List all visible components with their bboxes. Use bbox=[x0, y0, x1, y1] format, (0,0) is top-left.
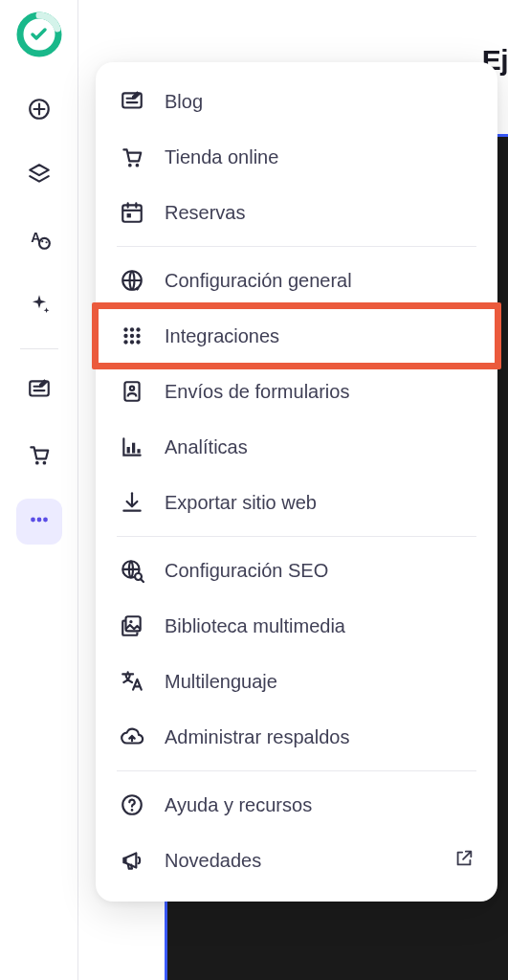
menu-divider bbox=[117, 536, 476, 537]
menu-item-general-settings[interactable]: Configuración general bbox=[96, 253, 497, 308]
blog-icon bbox=[119, 88, 145, 115]
menu-item-label: Blog bbox=[165, 91, 203, 113]
help-icon bbox=[119, 791, 145, 818]
menu-item-blog[interactable]: Blog bbox=[96, 74, 497, 129]
megaphone-icon bbox=[119, 847, 145, 874]
menu-item-help-resources[interactable]: Ayuda y recursos bbox=[96, 777, 497, 833]
rail-divider bbox=[20, 348, 58, 349]
external-link-icon bbox=[453, 848, 475, 873]
rail-styles[interactable] bbox=[16, 218, 62, 264]
menu-item-label: Administrar respaldos bbox=[165, 726, 349, 748]
left-rail bbox=[0, 0, 78, 980]
menu-item-manage-backups[interactable]: Administrar respaldos bbox=[96, 709, 497, 765]
menu-item-label: Configuración general bbox=[165, 270, 352, 292]
globe-gear-icon bbox=[119, 267, 145, 294]
text-palette-icon bbox=[27, 227, 52, 256]
menu-item-media-library[interactable]: Biblioteca multimedia bbox=[96, 598, 497, 654]
cart-icon bbox=[27, 442, 52, 471]
translate-icon bbox=[119, 668, 145, 695]
menu-item-label: Integraciones bbox=[165, 325, 279, 347]
rail-add[interactable] bbox=[16, 88, 62, 134]
menu-item-whats-new[interactable]: Novedades bbox=[96, 833, 497, 888]
rail-store[interactable] bbox=[16, 434, 62, 479]
menu-item-analytics[interactable]: Analíticas bbox=[96, 419, 497, 475]
menu-item-label: Tienda online bbox=[165, 146, 278, 168]
cart-icon bbox=[119, 144, 145, 170]
menu-item-label: Ayuda y recursos bbox=[165, 794, 312, 816]
rail-more[interactable] bbox=[16, 499, 62, 545]
menu-item-export-site[interactable]: Exportar sitio web bbox=[96, 475, 497, 530]
blog-icon bbox=[27, 377, 52, 406]
form-icon bbox=[119, 378, 145, 405]
seo-globe-icon bbox=[119, 557, 145, 584]
menu-item-seo-settings[interactable]: Configuración SEO bbox=[96, 543, 497, 598]
menu-item-label: Biblioteca multimedia bbox=[165, 615, 345, 637]
menu-item-label: Multilenguaje bbox=[165, 671, 277, 693]
menu-item-form-submissions[interactable]: Envíos de formularios bbox=[96, 364, 497, 419]
rail-ai[interactable] bbox=[16, 283, 62, 329]
menu-item-bookings[interactable]: Reservas bbox=[96, 185, 497, 240]
plus-circle-icon bbox=[27, 97, 52, 125]
menu-item-label: Configuración SEO bbox=[165, 560, 328, 582]
menu-item-integrations[interactable]: Integraciones bbox=[96, 308, 497, 364]
menu-divider bbox=[117, 770, 476, 771]
chart-icon bbox=[119, 434, 145, 460]
dots-icon bbox=[27, 507, 52, 536]
layers-icon bbox=[27, 162, 52, 190]
app-logo[interactable] bbox=[16, 11, 62, 57]
sparkles-icon bbox=[27, 292, 52, 321]
menu-item-label: Reservas bbox=[165, 202, 245, 224]
menu-item-multilanguage[interactable]: Multilenguaje bbox=[96, 654, 497, 709]
menu-divider bbox=[117, 246, 476, 247]
grid-dots-icon bbox=[119, 323, 145, 349]
menu-item-label: Exportar sitio web bbox=[165, 492, 317, 514]
menu-item-label: Analíticas bbox=[165, 436, 248, 458]
more-menu-panel: Blog Tienda online Reservas Configuració… bbox=[96, 62, 497, 902]
rail-blog[interactable] bbox=[16, 368, 62, 414]
cloud-sync-icon bbox=[119, 724, 145, 750]
menu-item-store[interactable]: Tienda online bbox=[96, 129, 497, 185]
calendar-icon bbox=[119, 199, 145, 226]
menu-item-label: Envíos de formularios bbox=[165, 381, 349, 403]
media-icon bbox=[119, 612, 145, 639]
rail-layers[interactable] bbox=[16, 153, 62, 199]
download-icon bbox=[119, 489, 145, 516]
menu-item-label: Novedades bbox=[165, 850, 261, 872]
